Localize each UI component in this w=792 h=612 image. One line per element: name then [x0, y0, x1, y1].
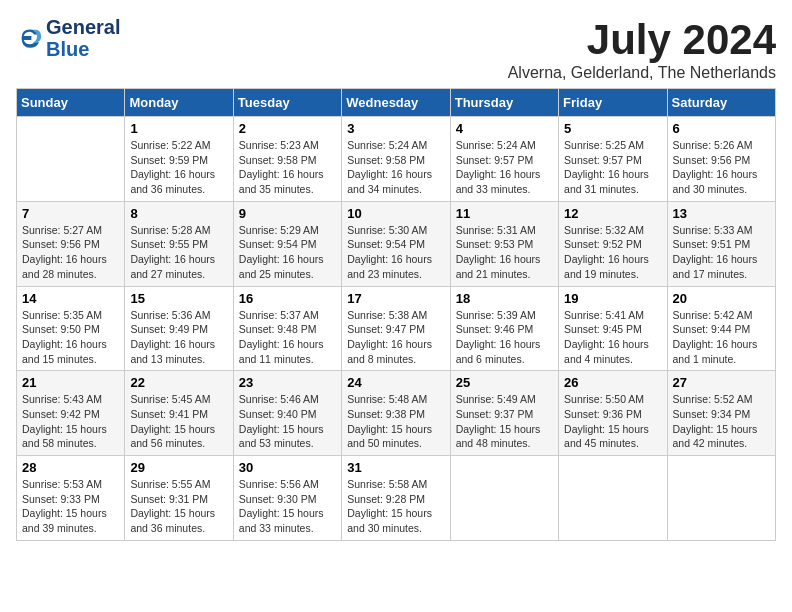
- day-number: 4: [456, 121, 553, 136]
- day-number: 5: [564, 121, 661, 136]
- day-number: 19: [564, 291, 661, 306]
- calendar-cell: 10Sunrise: 5:30 AM Sunset: 9:54 PM Dayli…: [342, 201, 450, 286]
- day-number: 10: [347, 206, 444, 221]
- day-info: Sunrise: 5:46 AM Sunset: 9:40 PM Dayligh…: [239, 392, 336, 451]
- calendar-cell: 18Sunrise: 5:39 AM Sunset: 9:46 PM Dayli…: [450, 286, 558, 371]
- day-number: 22: [130, 375, 227, 390]
- day-number: 29: [130, 460, 227, 475]
- day-info: Sunrise: 5:32 AM Sunset: 9:52 PM Dayligh…: [564, 223, 661, 282]
- calendar-cell: 5Sunrise: 5:25 AM Sunset: 9:57 PM Daylig…: [559, 117, 667, 202]
- calendar-cell: 14Sunrise: 5:35 AM Sunset: 9:50 PM Dayli…: [17, 286, 125, 371]
- column-header-saturday: Saturday: [667, 89, 775, 117]
- day-info: Sunrise: 5:37 AM Sunset: 9:48 PM Dayligh…: [239, 308, 336, 367]
- logo: General Blue: [16, 16, 120, 60]
- calendar-cell: 11Sunrise: 5:31 AM Sunset: 9:53 PM Dayli…: [450, 201, 558, 286]
- day-number: 25: [456, 375, 553, 390]
- title-area: July 2024 Alverna, Gelderland, The Nethe…: [508, 16, 776, 82]
- day-number: 23: [239, 375, 336, 390]
- day-number: 31: [347, 460, 444, 475]
- day-info: Sunrise: 5:22 AM Sunset: 9:59 PM Dayligh…: [130, 138, 227, 197]
- calendar-table: SundayMondayTuesdayWednesdayThursdayFrid…: [16, 88, 776, 541]
- day-info: Sunrise: 5:49 AM Sunset: 9:37 PM Dayligh…: [456, 392, 553, 451]
- calendar-cell: 3Sunrise: 5:24 AM Sunset: 9:58 PM Daylig…: [342, 117, 450, 202]
- column-header-sunday: Sunday: [17, 89, 125, 117]
- calendar-cell: 26Sunrise: 5:50 AM Sunset: 9:36 PM Dayli…: [559, 371, 667, 456]
- page-header: General Blue July 2024 Alverna, Gelderla…: [16, 16, 776, 82]
- day-number: 6: [673, 121, 770, 136]
- calendar-cell: [667, 456, 775, 541]
- day-info: Sunrise: 5:45 AM Sunset: 9:41 PM Dayligh…: [130, 392, 227, 451]
- day-info: Sunrise: 5:43 AM Sunset: 9:42 PM Dayligh…: [22, 392, 119, 451]
- day-info: Sunrise: 5:42 AM Sunset: 9:44 PM Dayligh…: [673, 308, 770, 367]
- calendar-cell: 8Sunrise: 5:28 AM Sunset: 9:55 PM Daylig…: [125, 201, 233, 286]
- column-header-thursday: Thursday: [450, 89, 558, 117]
- header-row: SundayMondayTuesdayWednesdayThursdayFrid…: [17, 89, 776, 117]
- week-row-1: 1Sunrise: 5:22 AM Sunset: 9:59 PM Daylig…: [17, 117, 776, 202]
- calendar-cell: 22Sunrise: 5:45 AM Sunset: 9:41 PM Dayli…: [125, 371, 233, 456]
- day-info: Sunrise: 5:48 AM Sunset: 9:38 PM Dayligh…: [347, 392, 444, 451]
- week-row-5: 28Sunrise: 5:53 AM Sunset: 9:33 PM Dayli…: [17, 456, 776, 541]
- day-info: Sunrise: 5:24 AM Sunset: 9:57 PM Dayligh…: [456, 138, 553, 197]
- day-number: 17: [347, 291, 444, 306]
- day-info: Sunrise: 5:36 AM Sunset: 9:49 PM Dayligh…: [130, 308, 227, 367]
- day-info: Sunrise: 5:41 AM Sunset: 9:45 PM Dayligh…: [564, 308, 661, 367]
- calendar-cell: 25Sunrise: 5:49 AM Sunset: 9:37 PM Dayli…: [450, 371, 558, 456]
- day-number: 27: [673, 375, 770, 390]
- calendar-cell: 24Sunrise: 5:48 AM Sunset: 9:38 PM Dayli…: [342, 371, 450, 456]
- column-header-monday: Monday: [125, 89, 233, 117]
- column-header-tuesday: Tuesday: [233, 89, 341, 117]
- calendar-cell: [559, 456, 667, 541]
- day-info: Sunrise: 5:56 AM Sunset: 9:30 PM Dayligh…: [239, 477, 336, 536]
- calendar-cell: 12Sunrise: 5:32 AM Sunset: 9:52 PM Dayli…: [559, 201, 667, 286]
- month-title: July 2024: [508, 16, 776, 64]
- day-number: 7: [22, 206, 119, 221]
- day-info: Sunrise: 5:53 AM Sunset: 9:33 PM Dayligh…: [22, 477, 119, 536]
- day-number: 13: [673, 206, 770, 221]
- calendar-cell: 2Sunrise: 5:23 AM Sunset: 9:58 PM Daylig…: [233, 117, 341, 202]
- calendar-cell: [17, 117, 125, 202]
- day-info: Sunrise: 5:25 AM Sunset: 9:57 PM Dayligh…: [564, 138, 661, 197]
- calendar-cell: 20Sunrise: 5:42 AM Sunset: 9:44 PM Dayli…: [667, 286, 775, 371]
- calendar-cell: 7Sunrise: 5:27 AM Sunset: 9:56 PM Daylig…: [17, 201, 125, 286]
- day-info: Sunrise: 5:28 AM Sunset: 9:55 PM Dayligh…: [130, 223, 227, 282]
- day-info: Sunrise: 5:35 AM Sunset: 9:50 PM Dayligh…: [22, 308, 119, 367]
- week-row-4: 21Sunrise: 5:43 AM Sunset: 9:42 PM Dayli…: [17, 371, 776, 456]
- calendar-cell: 16Sunrise: 5:37 AM Sunset: 9:48 PM Dayli…: [233, 286, 341, 371]
- day-info: Sunrise: 5:27 AM Sunset: 9:56 PM Dayligh…: [22, 223, 119, 282]
- calendar-cell: 30Sunrise: 5:56 AM Sunset: 9:30 PM Dayli…: [233, 456, 341, 541]
- calendar-cell: 9Sunrise: 5:29 AM Sunset: 9:54 PM Daylig…: [233, 201, 341, 286]
- day-info: Sunrise: 5:38 AM Sunset: 9:47 PM Dayligh…: [347, 308, 444, 367]
- day-info: Sunrise: 5:30 AM Sunset: 9:54 PM Dayligh…: [347, 223, 444, 282]
- day-info: Sunrise: 5:52 AM Sunset: 9:34 PM Dayligh…: [673, 392, 770, 451]
- day-number: 16: [239, 291, 336, 306]
- day-info: Sunrise: 5:23 AM Sunset: 9:58 PM Dayligh…: [239, 138, 336, 197]
- calendar-cell: 28Sunrise: 5:53 AM Sunset: 9:33 PM Dayli…: [17, 456, 125, 541]
- day-info: Sunrise: 5:58 AM Sunset: 9:28 PM Dayligh…: [347, 477, 444, 536]
- calendar-cell: 4Sunrise: 5:24 AM Sunset: 9:57 PM Daylig…: [450, 117, 558, 202]
- day-number: 21: [22, 375, 119, 390]
- day-info: Sunrise: 5:31 AM Sunset: 9:53 PM Dayligh…: [456, 223, 553, 282]
- calendar-cell: 1Sunrise: 5:22 AM Sunset: 9:59 PM Daylig…: [125, 117, 233, 202]
- column-header-friday: Friday: [559, 89, 667, 117]
- calendar-cell: 13Sunrise: 5:33 AM Sunset: 9:51 PM Dayli…: [667, 201, 775, 286]
- day-number: 12: [564, 206, 661, 221]
- day-number: 8: [130, 206, 227, 221]
- calendar-cell: 6Sunrise: 5:26 AM Sunset: 9:56 PM Daylig…: [667, 117, 775, 202]
- day-info: Sunrise: 5:24 AM Sunset: 9:58 PM Dayligh…: [347, 138, 444, 197]
- calendar-cell: 23Sunrise: 5:46 AM Sunset: 9:40 PM Dayli…: [233, 371, 341, 456]
- day-info: Sunrise: 5:39 AM Sunset: 9:46 PM Dayligh…: [456, 308, 553, 367]
- day-info: Sunrise: 5:26 AM Sunset: 9:56 PM Dayligh…: [673, 138, 770, 197]
- day-number: 26: [564, 375, 661, 390]
- calendar-cell: 27Sunrise: 5:52 AM Sunset: 9:34 PM Dayli…: [667, 371, 775, 456]
- location: Alverna, Gelderland, The Netherlands: [508, 64, 776, 82]
- day-number: 24: [347, 375, 444, 390]
- day-number: 1: [130, 121, 227, 136]
- day-number: 30: [239, 460, 336, 475]
- column-header-wednesday: Wednesday: [342, 89, 450, 117]
- day-number: 28: [22, 460, 119, 475]
- calendar-cell: 31Sunrise: 5:58 AM Sunset: 9:28 PM Dayli…: [342, 456, 450, 541]
- logo-text: General Blue: [46, 16, 120, 60]
- day-number: 9: [239, 206, 336, 221]
- calendar-cell: 29Sunrise: 5:55 AM Sunset: 9:31 PM Dayli…: [125, 456, 233, 541]
- calendar-cell: [450, 456, 558, 541]
